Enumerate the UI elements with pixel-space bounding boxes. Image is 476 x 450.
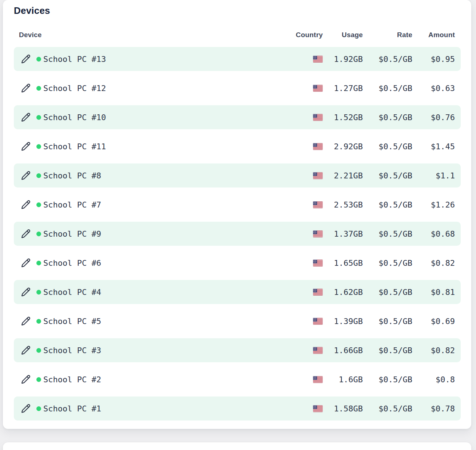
usage-value: 1.52GB <box>323 113 363 122</box>
edit-device-button[interactable] <box>21 375 31 384</box>
table-row: School PC #11 <box>14 134 461 158</box>
country-cell <box>283 56 323 63</box>
rate-value: $0.5/GB <box>363 404 412 413</box>
edit-device-button[interactable] <box>21 54 31 64</box>
rate-value: $0.5/GB <box>363 346 412 355</box>
device-name: School PC #8 <box>43 171 283 180</box>
amount-value: $0.82 <box>412 346 455 355</box>
edit-device-button[interactable] <box>21 200 31 209</box>
usage-value: 1.37GB <box>323 229 363 238</box>
us-flag-icon <box>313 114 323 121</box>
online-status-dot <box>36 144 41 149</box>
edit-device-button[interactable] <box>21 316 31 326</box>
amount-value: $0.78 <box>412 404 455 413</box>
us-flag-icon <box>313 260 323 267</box>
table-row: School PC #7 <box>14 193 461 217</box>
amount-value: $0.68 <box>412 229 455 238</box>
online-status-dot <box>36 115 41 120</box>
device-name: School PC #9 <box>43 229 283 238</box>
country-cell <box>283 85 323 92</box>
usage-value: 1.92GB <box>323 55 363 64</box>
us-flag-icon <box>313 172 323 179</box>
pencil-icon <box>21 171 31 180</box>
page-title: Devices <box>14 5 461 16</box>
table-row: School PC #13 <box>14 47 461 71</box>
edit-device-button[interactable] <box>21 171 31 180</box>
country-cell <box>283 405 323 412</box>
us-flag-icon <box>313 318 323 325</box>
device-name: School PC #10 <box>43 113 283 122</box>
usage-value: 1.62GB <box>323 288 363 297</box>
pencil-icon <box>21 316 31 326</box>
column-header-device: Device <box>19 31 283 39</box>
usage-value: 1.6GB <box>323 375 363 384</box>
online-status-dot <box>36 232 41 236</box>
usage-value: 1.65GB <box>323 258 363 268</box>
pencil-icon <box>21 200 31 209</box>
online-status-dot <box>36 173 41 178</box>
device-name: School PC #13 <box>43 55 283 64</box>
edit-device-button[interactable] <box>21 346 31 355</box>
amount-value: $0.82 <box>412 258 455 268</box>
amount-value: $0.95 <box>412 55 455 64</box>
table-row: School PC #6 <box>14 251 461 275</box>
table-row: School PC #9 <box>14 222 461 246</box>
column-header-rate: Rate <box>363 31 412 39</box>
usage-value: 1.58GB <box>323 404 363 413</box>
table-row: School PC #2 <box>14 367 461 391</box>
device-name: School PC #7 <box>43 200 283 209</box>
device-name: School PC #5 <box>43 317 283 326</box>
us-flag-icon <box>313 201 323 208</box>
pencil-icon <box>21 229 31 238</box>
rate-value: $0.5/GB <box>363 288 412 297</box>
amount-value: $0.69 <box>412 317 455 326</box>
device-table-body: School PC #13 <box>14 47 461 421</box>
edit-device-button[interactable] <box>21 404 31 413</box>
rate-value: $0.5/GB <box>363 258 412 268</box>
rate-value: $0.5/GB <box>363 229 412 238</box>
pencil-icon <box>21 54 31 64</box>
device-name: School PC #4 <box>43 288 283 297</box>
online-status-dot <box>36 57 41 62</box>
rate-value: $0.5/GB <box>363 317 412 326</box>
online-status-dot <box>36 290 41 295</box>
device-name: School PC #1 <box>43 404 283 413</box>
online-status-dot <box>36 319 41 324</box>
country-cell <box>283 318 323 325</box>
table-row: School PC #12 <box>14 76 461 100</box>
amount-value: $1.45 <box>412 142 455 151</box>
online-status-dot <box>36 377 41 382</box>
country-cell <box>283 143 323 150</box>
table-row: School PC #10 <box>14 105 461 129</box>
rate-value: $0.5/GB <box>363 200 412 209</box>
rate-value: $0.5/GB <box>363 55 412 64</box>
edit-device-button[interactable] <box>21 112 31 122</box>
edit-device-button[interactable] <box>21 142 31 151</box>
edit-device-button[interactable] <box>21 229 31 238</box>
edit-device-button[interactable] <box>21 83 31 93</box>
pencil-icon <box>21 346 31 355</box>
device-name: School PC #12 <box>43 84 283 93</box>
online-status-dot <box>36 86 41 91</box>
amount-value: $0.81 <box>412 288 455 297</box>
usage-value: 1.27GB <box>323 84 363 93</box>
edit-device-button[interactable] <box>21 287 31 297</box>
column-header-amount: Amount <box>412 31 455 39</box>
rate-value: $0.5/GB <box>363 375 412 384</box>
table-row: School PC #8 <box>14 163 461 188</box>
pencil-icon <box>21 404 31 413</box>
device-name: School PC #3 <box>43 346 283 355</box>
us-flag-icon <box>313 289 323 296</box>
us-flag-icon <box>313 347 323 354</box>
usage-value: 2.92GB <box>323 142 363 151</box>
online-status-dot <box>36 202 41 207</box>
rate-value: $0.5/GB <box>363 142 412 151</box>
online-status-dot <box>36 261 41 265</box>
country-cell <box>283 172 323 179</box>
country-cell <box>283 230 323 237</box>
country-cell <box>283 201 323 208</box>
rate-value: $0.5/GB <box>363 171 412 180</box>
edit-device-button[interactable] <box>21 258 31 268</box>
usage-value: 2.21GB <box>323 171 363 180</box>
usage-value: 1.39GB <box>323 317 363 326</box>
